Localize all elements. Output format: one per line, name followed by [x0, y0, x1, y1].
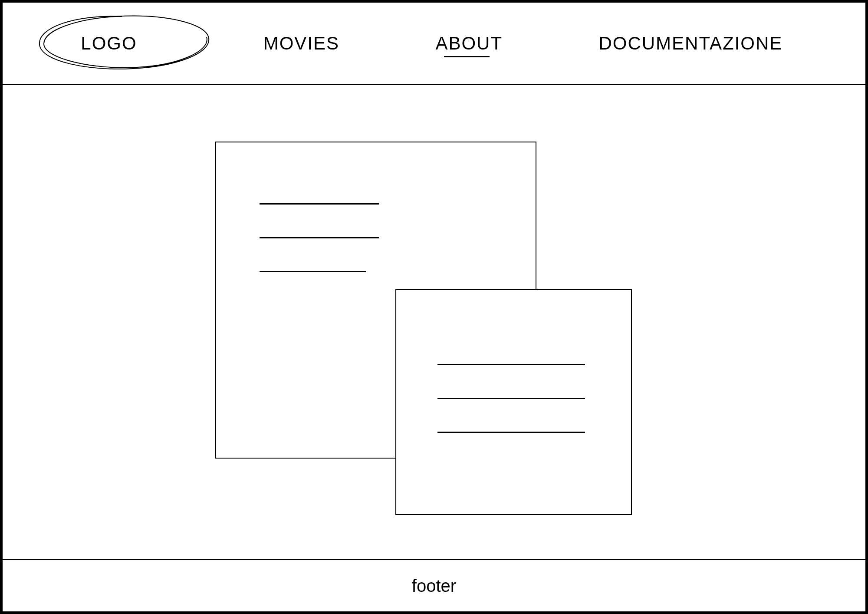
footer-label: footer	[412, 576, 456, 596]
placeholder-text-icon	[260, 203, 379, 272]
placeholder-text-icon	[437, 364, 585, 433]
nav-item-documentazione[interactable]: DOCUMENTAZIONE	[598, 33, 783, 54]
nav-item-movies[interactable]: MOVIES	[263, 33, 339, 54]
main-content	[3, 85, 865, 559]
nav: MOVIES ABOUT DOCUMENTAZIONE	[215, 33, 865, 54]
logo-label: LOGO	[81, 33, 137, 54]
footer: footer	[3, 559, 865, 611]
nav-item-about[interactable]: ABOUT	[435, 33, 503, 54]
header: LOGO MOVIES ABOUT DOCUMENTAZIONE	[3, 3, 865, 85]
logo[interactable]: LOGO	[3, 2, 215, 85]
content-card-small	[395, 289, 632, 515]
wireframe-frame: LOGO MOVIES ABOUT DOCUMENTAZIONE	[0, 0, 868, 614]
